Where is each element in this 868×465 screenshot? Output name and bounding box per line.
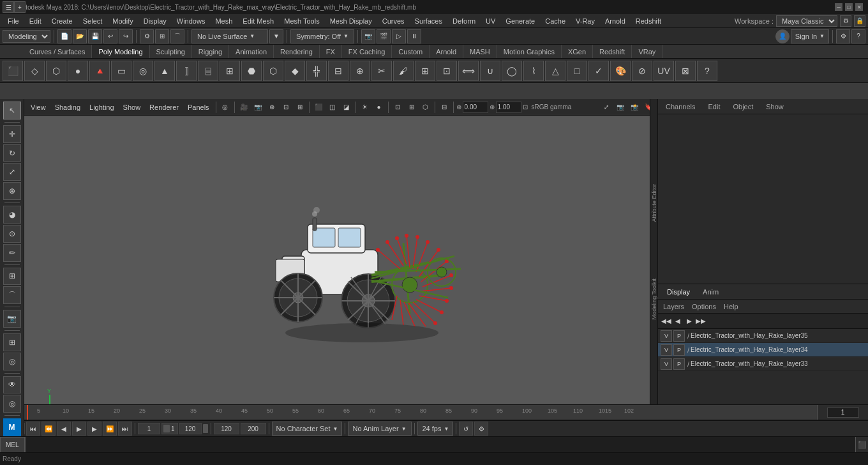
menu-surfaces[interactable]: Surfaces bbox=[410, 14, 447, 28]
view-menu[interactable]: View bbox=[27, 102, 50, 112]
render-settings-button[interactable]: ⚙ bbox=[140, 29, 154, 43]
help-button[interactable]: ? bbox=[851, 29, 865, 43]
shelf-separate-button[interactable]: ⊡ bbox=[437, 61, 457, 81]
edit-tab[interactable]: Edit bbox=[705, 102, 722, 112]
playback-go-end-btn[interactable]: ⏭ bbox=[118, 422, 132, 436]
command-input[interactable] bbox=[25, 437, 855, 453]
scale-tool-button[interactable]: ⤢ bbox=[3, 163, 21, 181]
pause-render-button[interactable]: ⏸ bbox=[407, 29, 421, 43]
layer-playback-34[interactable]: P bbox=[673, 344, 685, 356]
live-surface-options-button[interactable]: ▼ bbox=[269, 29, 283, 43]
tab-mash[interactable]: MASH bbox=[463, 45, 497, 59]
menu-windows[interactable]: Windows bbox=[172, 14, 211, 28]
fps-button[interactable]: 24 fps ▼ bbox=[417, 422, 453, 436]
avatar-button[interactable]: 👤 bbox=[775, 29, 789, 43]
current-frame-input[interactable] bbox=[827, 408, 859, 418]
tab-poly-modeling[interactable]: Poly Modeling bbox=[92, 45, 149, 59]
show-tab[interactable]: Show bbox=[763, 102, 786, 112]
shelf-cube-button[interactable]: ⬡ bbox=[46, 61, 66, 81]
sign-in-button[interactable]: Sign In ▼ bbox=[791, 29, 829, 43]
command-expand-button[interactable]: ⬛ bbox=[855, 437, 868, 453]
vp-cam2-btn[interactable]: 📷 bbox=[251, 101, 264, 114]
panels-menu[interactable]: Panels bbox=[184, 102, 213, 112]
layers-sub-tab[interactable]: Layers bbox=[663, 303, 684, 310]
gamma-input1[interactable] bbox=[463, 102, 488, 113]
vp-cam5-btn[interactable]: ⊞ bbox=[294, 101, 306, 114]
playback-settings-btn[interactable]: ⚙ bbox=[474, 422, 488, 436]
vp-shading3-btn[interactable]: ◪ bbox=[340, 101, 353, 114]
tab-animation[interactable]: Animation bbox=[229, 45, 274, 59]
layers-next2-btn[interactable]: ▶▶ bbox=[695, 316, 707, 327]
renderer-menu[interactable]: Renderer bbox=[146, 102, 183, 112]
layer-playback-35[interactable]: P bbox=[673, 330, 685, 342]
menu-edit-mesh[interactable]: Edit Mesh bbox=[237, 14, 279, 28]
tab-xgen[interactable]: XGen bbox=[562, 45, 593, 59]
shelf-connect-button[interactable]: ⊕ bbox=[350, 61, 370, 81]
vp-cam4-btn[interactable]: ⊡ bbox=[280, 101, 292, 114]
vp-screenshot-btn[interactable]: 📸 bbox=[628, 101, 641, 114]
render-button[interactable]: 🎬 bbox=[377, 29, 391, 43]
ipr-button[interactable]: ▷ bbox=[392, 29, 406, 43]
snap-to-curve-button[interactable]: ⌒ bbox=[3, 286, 21, 304]
shelf-offset-edge-button[interactable]: ⊟ bbox=[328, 61, 348, 81]
show-menu[interactable]: Show bbox=[119, 102, 145, 112]
vp-maximize-btn[interactable]: ⤢ bbox=[600, 101, 613, 114]
modeling-toolkit-tab[interactable]: Modeling Toolkit bbox=[650, 276, 658, 322]
lasso-select-button[interactable]: ⊙ bbox=[3, 225, 21, 243]
menu-mesh[interactable]: Mesh bbox=[210, 14, 237, 28]
attribute-editor-tab[interactable]: Attribute Editor bbox=[650, 181, 658, 225]
display-tab[interactable]: Display bbox=[661, 284, 696, 300]
menu-curves[interactable]: Curves bbox=[377, 14, 410, 28]
shelf-bridge-button[interactable]: ⌸ bbox=[198, 61, 218, 81]
camera-tools-button[interactable]: 📷 bbox=[3, 310, 21, 328]
shelf-question-button[interactable]: ? bbox=[697, 61, 717, 81]
tab-fx-caching[interactable]: FX Caching bbox=[342, 45, 392, 59]
shelf-cleanup-button[interactable]: ✓ bbox=[588, 61, 609, 81]
grid-toggle-button[interactable]: ⊞ bbox=[3, 333, 21, 351]
options-sub-tab[interactable]: Options bbox=[692, 303, 716, 310]
shelf-sculpt-button[interactable]: 🖌 bbox=[393, 61, 414, 81]
layers-prev2-btn[interactable]: ◀ bbox=[672, 316, 684, 327]
shelf-torus-button[interactable]: ◎ bbox=[133, 61, 153, 81]
menu-generate[interactable]: Generate bbox=[500, 14, 540, 28]
shelf-append-button[interactable]: ⊞ bbox=[220, 61, 240, 81]
tab-rendering[interactable]: Rendering bbox=[274, 45, 320, 59]
range-slider[interactable]: 1 bbox=[161, 423, 178, 434]
menu-cache[interactable]: Cache bbox=[540, 14, 571, 28]
universal-manip-button[interactable]: ⊕ bbox=[3, 182, 21, 200]
menu-create[interactable]: Create bbox=[47, 14, 78, 28]
new-scene-button[interactable]: 📄 bbox=[57, 29, 71, 43]
object-tab[interactable]: Object bbox=[730, 102, 756, 112]
shelf-unfold-button[interactable]: ⊠ bbox=[675, 61, 696, 81]
settings-button[interactable]: ⚙ bbox=[836, 29, 850, 43]
maximize-button[interactable]: □ bbox=[845, 3, 853, 11]
layer-visibility-33[interactable]: V bbox=[661, 358, 672, 370]
menu-arnold[interactable]: Arnold bbox=[600, 14, 631, 28]
symmetry-button[interactable]: Symmetry: Off ▼ bbox=[290, 29, 354, 43]
tab-fx[interactable]: FX bbox=[320, 45, 342, 59]
no-character-set-button[interactable]: No Character Set ▼ bbox=[272, 422, 343, 436]
shelf-insert-edge-button[interactable]: ╬ bbox=[306, 61, 327, 81]
shelf-triangulate-button[interactable]: △ bbox=[545, 61, 565, 81]
shelf-cylinder-button[interactable]: 🔺 bbox=[89, 61, 110, 81]
menu-edit[interactable]: Edit bbox=[24, 14, 47, 28]
workspace-lock-button[interactable]: 🔒 bbox=[854, 15, 865, 27]
vp-hud-btn[interactable]: ⊟ bbox=[438, 101, 451, 114]
shelf-xray-button[interactable]: ⊘ bbox=[632, 61, 652, 81]
loop-btn[interactable]: ↺ bbox=[459, 422, 473, 436]
shelf-crease-button[interactable]: ⌇ bbox=[523, 61, 544, 81]
no-anim-layer-button[interactable]: No Anim Layer ▼ bbox=[348, 422, 412, 436]
show-hide-button[interactable]: 👁 bbox=[3, 376, 21, 394]
shelf-plane-button[interactable]: ▭ bbox=[111, 61, 131, 81]
tab-motion-graphics[interactable]: Motion Graphics bbox=[497, 45, 562, 59]
playback-play-btn[interactable]: ▶ bbox=[72, 422, 86, 436]
vp-cam-btn[interactable]: 🎥 bbox=[237, 101, 250, 114]
vp-cam3-btn[interactable]: ⊕ bbox=[266, 101, 278, 114]
workspace-select[interactable]: Maya Classic bbox=[776, 15, 837, 27]
tab-redshift[interactable]: Redshift bbox=[593, 45, 632, 59]
current-frame-field[interactable] bbox=[214, 423, 239, 434]
vp-camera-options-btn[interactable]: 📷 bbox=[614, 101, 627, 114]
vp-select-mode-button[interactable]: ◎ bbox=[219, 101, 232, 114]
timeline-playhead[interactable] bbox=[27, 405, 28, 420]
move-tool-button[interactable]: ✛ bbox=[3, 125, 21, 143]
